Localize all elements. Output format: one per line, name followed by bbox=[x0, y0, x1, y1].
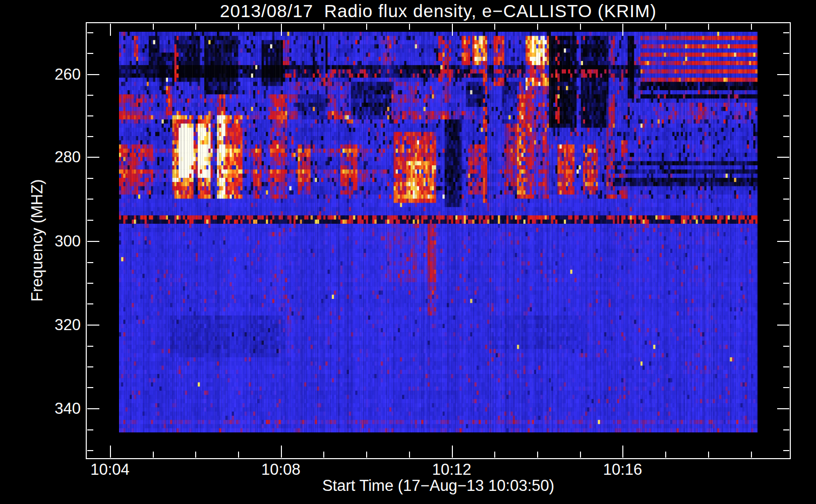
tick-mark bbox=[87, 95, 93, 96]
tick-mark bbox=[783, 178, 789, 179]
tick-mark bbox=[87, 115, 93, 116]
x-tick-label: 10:08 bbox=[241, 461, 321, 479]
tick-mark bbox=[622, 446, 623, 458]
tick-mark bbox=[366, 452, 367, 458]
x-tick-label: 10:12 bbox=[412, 461, 492, 479]
tick-mark bbox=[87, 346, 93, 347]
tick-mark bbox=[452, 446, 453, 458]
tick-mark bbox=[783, 387, 789, 388]
tick-mark bbox=[777, 408, 789, 409]
tick-mark bbox=[783, 220, 789, 221]
tick-mark bbox=[494, 452, 495, 458]
tick-mark bbox=[87, 408, 99, 409]
tick-mark bbox=[783, 53, 789, 54]
tick-mark bbox=[409, 452, 410, 458]
tick-mark bbox=[783, 95, 789, 96]
tick-mark bbox=[87, 74, 99, 75]
tick-mark bbox=[452, 24, 453, 36]
tick-mark bbox=[494, 24, 495, 30]
tick-mark bbox=[777, 241, 789, 242]
tick-mark bbox=[751, 24, 752, 30]
tick-mark bbox=[409, 24, 410, 30]
tick-mark bbox=[783, 450, 789, 451]
tick-mark bbox=[87, 53, 93, 54]
tick-mark bbox=[87, 262, 93, 263]
tick-mark bbox=[238, 452, 239, 458]
tick-mark bbox=[665, 24, 666, 30]
x-axis-title: Start Time (17−Aug−13 10:03:50) bbox=[86, 477, 790, 495]
tick-mark bbox=[87, 366, 93, 367]
tick-mark bbox=[281, 446, 282, 458]
tick-mark bbox=[777, 325, 789, 326]
spectrogram-page: 2013/08/17 Radio flux density, e−CALLIST… bbox=[0, 0, 816, 504]
y-tick-label: 260 bbox=[20, 66, 81, 84]
tick-mark bbox=[87, 178, 93, 179]
tick-mark bbox=[708, 452, 709, 458]
tick-mark bbox=[323, 452, 324, 458]
tick-mark bbox=[87, 32, 93, 33]
tick-mark bbox=[783, 283, 789, 284]
tick-mark bbox=[783, 136, 789, 137]
tick-mark bbox=[783, 346, 789, 347]
tick-mark bbox=[195, 24, 196, 30]
tick-mark bbox=[665, 452, 666, 458]
tick-mark bbox=[783, 303, 789, 304]
tick-mark bbox=[537, 24, 538, 30]
tick-mark bbox=[87, 429, 93, 430]
tick-mark bbox=[783, 262, 789, 263]
tick-mark bbox=[777, 74, 789, 75]
tick-mark bbox=[580, 24, 581, 30]
tick-mark bbox=[87, 241, 99, 242]
tick-mark bbox=[622, 24, 623, 36]
tick-mark bbox=[281, 24, 282, 36]
tick-mark bbox=[323, 24, 324, 30]
tick-mark bbox=[87, 199, 93, 200]
tick-mark bbox=[110, 446, 111, 458]
tick-mark bbox=[87, 283, 93, 284]
tick-mark bbox=[783, 115, 789, 116]
tick-mark bbox=[110, 24, 111, 36]
tick-mark bbox=[783, 199, 789, 200]
tick-mark bbox=[783, 429, 789, 430]
tick-mark bbox=[87, 220, 93, 221]
spectrogram-canvas bbox=[119, 32, 757, 432]
tick-mark bbox=[195, 452, 196, 458]
tick-mark bbox=[777, 157, 789, 158]
tick-mark bbox=[153, 452, 154, 458]
y-tick-label: 320 bbox=[20, 316, 81, 334]
y-tick-label: 280 bbox=[20, 148, 81, 166]
tick-mark bbox=[87, 325, 99, 326]
tick-mark bbox=[537, 452, 538, 458]
tick-mark bbox=[87, 450, 93, 451]
page-title: 2013/08/17 Radio flux density, e−CALLIST… bbox=[86, 1, 790, 21]
y-axis-title: Frequency (MHZ) bbox=[28, 179, 46, 302]
tick-mark bbox=[153, 24, 154, 30]
tick-mark bbox=[87, 136, 93, 137]
x-tick-label: 10:04 bbox=[70, 461, 150, 479]
tick-mark bbox=[238, 24, 239, 30]
tick-mark bbox=[783, 32, 789, 33]
tick-mark bbox=[580, 452, 581, 458]
tick-mark bbox=[783, 366, 789, 367]
tick-mark bbox=[751, 452, 752, 458]
tick-mark bbox=[366, 24, 367, 30]
y-tick-label: 340 bbox=[20, 400, 81, 418]
tick-mark bbox=[87, 387, 93, 388]
tick-mark bbox=[708, 24, 709, 30]
x-tick-label: 10:16 bbox=[582, 461, 663, 479]
tick-mark bbox=[87, 303, 93, 304]
tick-mark bbox=[87, 157, 99, 158]
